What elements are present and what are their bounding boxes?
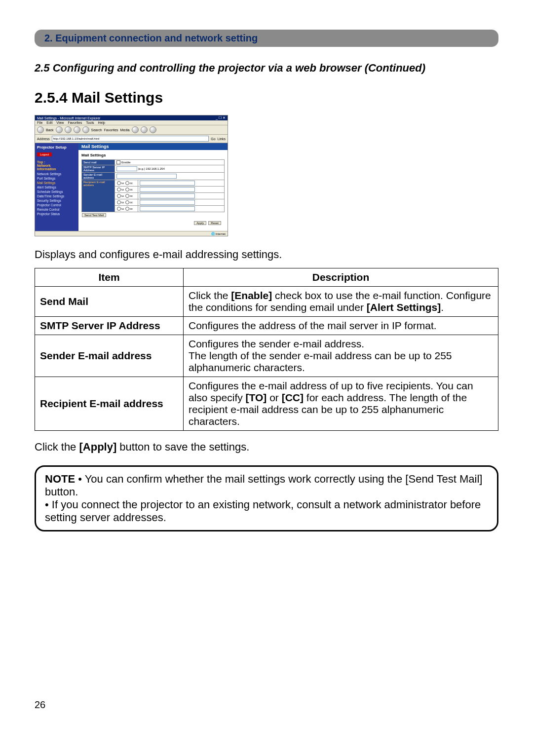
browser-menubar: File Edit View Favorites Tools Help <box>35 120 228 125</box>
recip5-cc-radio[interactable] <box>125 207 129 211</box>
desc-sender: Configures the sender e-mail address. Th… <box>184 335 498 377</box>
go-button[interactable]: Go <box>211 137 215 141</box>
sidebar-item-projector-control[interactable]: Projector Control <box>37 203 76 207</box>
menu-view[interactable]: View <box>56 121 64 124</box>
menu-file[interactable]: File <box>37 121 42 124</box>
col-desc-header: Description <box>184 268 498 287</box>
mail-settings-form: Send mail Enable SMTP Server IP Address … <box>81 159 225 212</box>
address-input[interactable]: http://192.168.1.10/admin/mail.html <box>52 136 209 142</box>
window-title: Mail Settings - Microsoft Internet Explo… <box>37 116 100 120</box>
desc-smtp: Configures the address of the mail serve… <box>184 317 498 335</box>
recip2-input[interactable] <box>140 187 195 192</box>
recip2-cc-radio[interactable] <box>125 188 129 191</box>
history-icon[interactable] <box>132 126 139 133</box>
refresh-icon[interactable] <box>74 126 80 133</box>
item-sender: Sender E-mail address <box>35 335 184 377</box>
reset-button-ss[interactable]: Reset <box>208 221 221 225</box>
sidebar-item-schedule-settings[interactable]: Schedule Settings <box>37 189 76 194</box>
note-box: NOTE • You can confirm whether the mail … <box>35 465 498 531</box>
address-label: Address <box>37 137 50 141</box>
row-smtp-label: SMTP Server IP Address <box>82 165 115 173</box>
sidebar-item-alert-settings[interactable]: Alert Settings <box>37 185 76 189</box>
recip2-to-radio[interactable] <box>117 188 121 191</box>
window-titlebar: Mail Settings - Microsoft Internet Explo… <box>35 115 228 120</box>
sidebar-item-datetime-settings[interactable]: Date/Time Settings <box>37 194 76 198</box>
favorites-label[interactable]: Favorites <box>104 128 118 132</box>
menu-help[interactable]: Help <box>98 121 105 124</box>
menu-tools[interactable]: Tools <box>86 121 94 124</box>
row-recipient-label: Recipient E-mail address <box>82 180 115 212</box>
recip5-input[interactable] <box>140 206 195 211</box>
sidebar-item-mail-settings[interactable]: Mail Settings <box>37 181 76 185</box>
table-row: Sender E-mail address Configures the sen… <box>35 335 498 377</box>
recip3-input[interactable] <box>140 193 195 198</box>
content-title: Mail Settings <box>81 153 225 157</box>
zone-icon: 🌐 <box>211 232 216 235</box>
recip3-cc-radio[interactable] <box>125 194 129 198</box>
table-row: SMTP Server IP Address Configures the ad… <box>35 317 498 335</box>
embedded-screenshot: Mail Settings - Microsoft Internet Explo… <box>35 115 228 236</box>
apply-button-ss[interactable]: Apply <box>194 221 206 225</box>
back-label: Back <box>46 128 54 132</box>
sidebar-item-port-settings[interactable]: Port Settings <box>37 176 76 181</box>
recip1-input[interactable] <box>140 181 195 186</box>
recip4-cc-radio[interactable] <box>125 200 129 204</box>
enable-checkbox[interactable] <box>116 160 120 164</box>
item-smtp: SMTP Server IP Address <box>35 317 184 335</box>
menu-edit[interactable]: Edit <box>46 121 52 124</box>
forward-icon[interactable] <box>56 126 63 133</box>
desc-recipient: Configures the e-mail address of up to f… <box>184 377 498 431</box>
recip5-to-radio[interactable] <box>117 207 121 211</box>
sender-input[interactable] <box>116 174 177 179</box>
page-number: 26 <box>35 699 498 711</box>
sidebar-item-remote-control[interactable]: Remote Control <box>37 207 76 212</box>
mail-icon[interactable] <box>141 126 148 133</box>
desc-send-mail: Click the [Enable] check box to use the … <box>184 287 498 317</box>
back-icon[interactable] <box>37 126 44 133</box>
apply-instruction: Click the [Apply] button to save the set… <box>35 441 498 454</box>
sidebar-top-group[interactable]: Top : Network Information <box>37 160 76 171</box>
col-item-header: Item <box>35 268 184 287</box>
sidebar-item-network-settings[interactable]: Network Settings <box>37 172 76 176</box>
search-label[interactable]: Search <box>91 128 102 132</box>
sidebar-item-security-settings[interactable]: Security Settings <box>37 198 76 203</box>
content-header: Mail Settings <box>78 143 228 150</box>
note-label: NOTE <box>45 473 75 485</box>
chapter-bar: 2. Equipment connection and network sett… <box>35 30 498 47</box>
browser-statusbar: 🌐 Internet <box>35 231 228 236</box>
window-controls: _ ☐ ✕ <box>216 116 226 120</box>
section-continued-heading: 2.5 Configuring and controlling the proj… <box>35 62 498 75</box>
settings-table: Item Description Send Mail Click the [En… <box>35 268 498 431</box>
logout-button[interactable]: Logout <box>37 152 52 156</box>
address-bar: Address http://192.168.1.10/admin/mail.h… <box>35 135 228 143</box>
stop-icon[interactable] <box>65 126 72 133</box>
row-sender-label: Sender E-mail address <box>82 173 115 180</box>
note-bullet-2: • If you connect the projector to an exi… <box>45 498 481 524</box>
home-icon[interactable] <box>82 126 89 133</box>
sidebar-title: Projector Setup <box>37 145 76 150</box>
table-row: Recipient E-mail address Configures the … <box>35 377 498 431</box>
browser-toolbar: Back Search Favorites Media <box>35 125 228 135</box>
recip1-cc-radio[interactable] <box>125 181 129 185</box>
smtp-hint: (e.g.) 192.168.1.254 <box>138 167 165 170</box>
section-heading: 2.5.4 Mail Settings <box>35 89 498 106</box>
enable-label: Enable <box>121 161 131 164</box>
table-row: Send Mail Click the [Enable] check box t… <box>35 287 498 317</box>
print-icon[interactable] <box>150 126 156 133</box>
recip1-to-radio[interactable] <box>117 181 121 185</box>
recip4-to-radio[interactable] <box>117 200 121 204</box>
item-recipient: Recipient E-mail address <box>35 377 184 431</box>
smtp-input[interactable] <box>116 166 137 171</box>
row-send-mail-label: Send mail <box>82 160 115 165</box>
menu-favorites[interactable]: Favorites <box>68 121 82 124</box>
recip3-to-radio[interactable] <box>117 194 121 198</box>
item-send-mail: Send Mail <box>35 287 184 317</box>
note-bullet-1: • You can confirm whether the mail setti… <box>45 473 482 498</box>
projector-sidebar: Projector Setup Logout Top : Network Inf… <box>35 143 78 231</box>
send-test-mail-button[interactable]: Send Test Mail <box>82 213 106 217</box>
links-label: Links <box>218 137 226 141</box>
sidebar-item-projector-status[interactable]: Projector Status <box>37 212 76 216</box>
media-label[interactable]: Media <box>120 128 130 132</box>
intro-text: Displays and configures e-mail addressin… <box>35 248 498 261</box>
recip4-input[interactable] <box>140 200 195 205</box>
